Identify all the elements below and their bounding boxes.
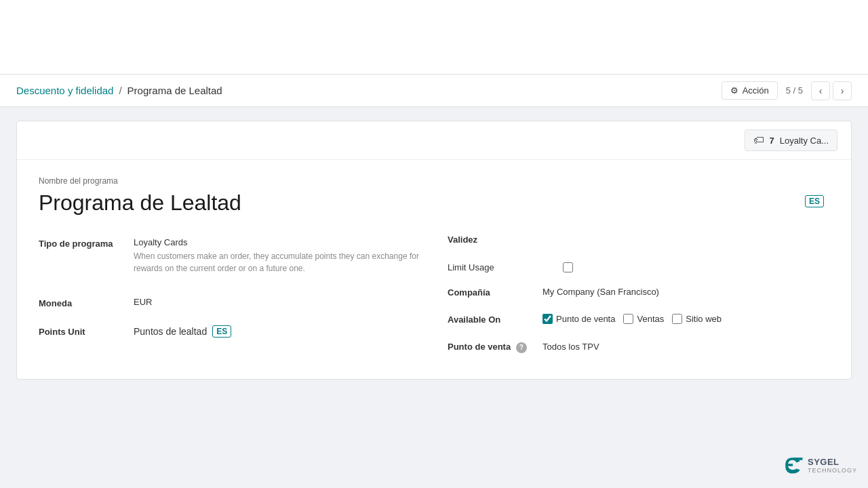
points-unit-row: Points Unit Puntos de lealtad ES [39, 320, 420, 344]
program-lang-btn[interactable]: ES [805, 195, 824, 207]
compania-row: Compañía My Company (San Francisco) [448, 282, 829, 302]
points-unit-label: Points Unit [39, 325, 134, 337]
pos-label: Punto de venta [556, 314, 615, 324]
ventas-checkbox[interactable] [623, 314, 633, 324]
program-name-title: Programa de Lealtad [39, 190, 241, 216]
nav-prev-button[interactable]: ‹ [811, 81, 830, 100]
breadcrumb-actions: ⚙ Acción 5 / 5 ‹ › [722, 81, 852, 100]
tipo-value-section: Loyalty Cards When customers make an ord… [134, 237, 420, 274]
tipo-description: When customers make an order, they accum… [134, 250, 420, 274]
available-sitio: Sitio web [672, 314, 722, 324]
tipo-value: Loyalty Cards [134, 237, 420, 247]
tipo-label: Tipo de programa [39, 237, 134, 249]
tag-icon: 🏷 [753, 134, 764, 146]
compania-label: Compañía [448, 286, 542, 298]
breadcrumb-current: Programa de Lealtad [127, 85, 222, 96]
available-ventas: Ventas [623, 314, 664, 324]
action-button[interactable]: ⚙ Acción [722, 81, 778, 100]
limit-usage-row: Limit Usage [448, 258, 829, 277]
punto-venta-value: Todos los TPV [542, 342, 829, 352]
available-on-label: Available On [448, 313, 542, 325]
sitio-label: Sitio web [686, 314, 722, 324]
form-right: Validez Limit Usage Compañía My Company … [448, 232, 829, 357]
card-body: Nombre del programa Programa de Lealtad … [17, 160, 851, 379]
card-header: 🏷 7 Loyalty Ca... [17, 121, 851, 160]
points-unit-value: Puntos de lealtad [134, 326, 207, 337]
form-grid: Tipo de programa Loyalty Cards When cust… [39, 232, 829, 357]
top-bar [0, 0, 868, 75]
tag-badge[interactable]: 🏷 7 Loyalty Ca... [745, 129, 838, 151]
validez-section: Validez [448, 232, 829, 250]
program-name-section: Nombre del programa Programa de Lealtad … [39, 176, 829, 232]
points-unit-lang-btn[interactable]: ES [212, 325, 231, 338]
available-pos: Punto de venta [542, 314, 615, 324]
points-unit-value-section: Puntos de lealtad ES [134, 325, 231, 338]
punto-venta-label: Punto de venta ? [448, 340, 542, 353]
available-on-row: Available On Punto de venta Ventas [448, 304, 829, 333]
action-label: Acción [743, 85, 769, 96]
available-on-options: Punto de venta Ventas Sitio web [542, 310, 722, 328]
form-left: Tipo de programa Loyalty Cards When cust… [39, 232, 420, 357]
validez-label: Validez [448, 235, 829, 245]
nav-arrows: ‹ › [811, 81, 852, 100]
moneda-label: Moneda [39, 297, 134, 308]
compania-value: My Company (San Francisco) [542, 287, 829, 297]
main-content: 🏷 7 Loyalty Ca... Nombre del programa Pr… [0, 107, 868, 393]
punto-venta-help-icon[interactable]: ? [516, 342, 527, 353]
breadcrumb-bar: Descuento y fidelidad / Programa de Leal… [0, 75, 868, 107]
breadcrumb-parent-link[interactable]: Descuento y fidelidad [16, 85, 113, 96]
nav-counter: 5 / 5 [786, 85, 803, 96]
program-name-label: Nombre del programa [39, 176, 829, 186]
ventas-label: Ventas [637, 314, 664, 324]
moneda-row: Moneda EUR [39, 291, 420, 314]
gear-icon: ⚙ [730, 85, 738, 96]
tag-label: Loyalty Ca... [780, 136, 829, 146]
tipo-programa-row: Tipo de programa Loyalty Cards When cust… [39, 232, 420, 281]
tag-count: 7 [770, 136, 774, 146]
record-card: 🏷 7 Loyalty Ca... Nombre del programa Pr… [16, 121, 852, 380]
moneda-value: EUR [134, 297, 420, 307]
breadcrumb-separator: / [119, 85, 121, 96]
nav-next-button[interactable]: › [833, 81, 852, 100]
punto-venta-row: Punto de venta ? Todos los TPV [448, 336, 829, 357]
limit-usage-checkbox[interactable] [563, 262, 573, 272]
limit-usage-label: Limit Usage [448, 262, 556, 272]
breadcrumb: Descuento y fidelidad / Programa de Leal… [16, 85, 222, 96]
pos-checkbox[interactable] [542, 314, 553, 324]
sitio-checkbox[interactable] [672, 314, 682, 324]
